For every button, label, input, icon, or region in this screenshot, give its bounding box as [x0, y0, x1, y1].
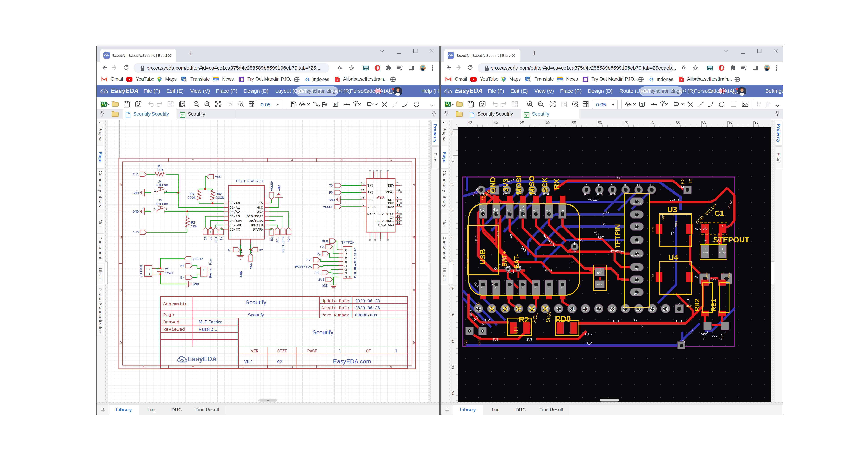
svg-text:U1_0: U1_0 [720, 334, 723, 340]
svg-text:38: 38 [475, 306, 481, 312]
svg-text:8: 8 [345, 248, 347, 252]
svg-text:D: D [413, 341, 415, 345]
svg-text:VCC: VCC [701, 333, 707, 336]
svg-text:9: 9 [533, 210, 535, 211]
svg-text:85: 85 [702, 120, 706, 124]
svg-text:A9G: A9G [377, 195, 384, 200]
svg-text:38: 38 [396, 203, 400, 207]
svg-text:D6/TX: D6/TX [229, 228, 240, 232]
svg-text:95: 95 [754, 120, 758, 124]
svg-text:VCCUP: VCCUP [632, 202, 641, 205]
svg-text:D8/SCK: D8/SCK [251, 223, 264, 227]
svg-text:3: 3 [242, 158, 244, 162]
svg-text:VCC: VCC [353, 100, 358, 104]
svg-text:55: 55 [452, 391, 455, 395]
svg-text:27: 27 [623, 306, 628, 312]
svg-text:D: D [120, 341, 122, 345]
svg-text:75: 75 [650, 120, 654, 124]
svg-text:X: X [642, 325, 643, 328]
svg-text:A3: A3 [277, 359, 282, 364]
svg-text:EasyEDA.com: EasyEDA.com [333, 358, 371, 365]
svg-text:TX: TX [329, 184, 333, 188]
svg-text:RB1: RB1 [190, 192, 196, 196]
svg-text:95: 95 [452, 182, 455, 186]
svg-text:Part Number: Part Number [321, 313, 349, 318]
svg-text:CS: CS [320, 245, 324, 249]
svg-text:24: 24 [663, 306, 669, 312]
svg-text:U3: U3 [667, 205, 677, 214]
svg-text:105: 105 [452, 131, 455, 136]
svg-text:VCC: VCC [597, 284, 602, 286]
svg-text:U2_8: U2_8 [596, 193, 603, 196]
svg-text:+: + [445, 106, 447, 108]
svg-text:0.05: 0.05 [261, 102, 271, 108]
svg-text:VER: VER [251, 349, 258, 353]
svg-text:U1_1: U1_1 [612, 319, 619, 323]
svg-text:C1: C1 [165, 267, 169, 271]
svg-text:3V3: 3V3 [287, 237, 291, 242]
svg-text:U1: U1 [513, 326, 519, 334]
svg-text:1: 1 [154, 189, 156, 193]
svg-text:C1: C1 [715, 209, 724, 217]
svg-text:Schematic: Schematic [163, 301, 187, 307]
svg-text:RX: RX [552, 178, 561, 190]
svg-text:RST: RST [214, 237, 218, 242]
svg-text:24: 24 [396, 188, 400, 192]
svg-text:8: 8 [598, 183, 600, 187]
svg-text:2: 2 [203, 273, 205, 276]
svg-text:Button: Button [156, 202, 168, 206]
svg-text:1: 1 [345, 275, 347, 279]
svg-text:KEY: KEY [388, 184, 394, 188]
svg-text:DC: DC [635, 227, 639, 230]
svg-text:PAGE: PAGE [307, 349, 317, 353]
svg-text:1: 1 [480, 183, 482, 187]
svg-text:XIAO_ESP32C3: XIAO_ESP32C3 [236, 179, 263, 183]
svg-text:VCCUP: VCCUP [270, 181, 274, 191]
svg-text:2: 2 [636, 277, 638, 280]
svg-text:GND: GND [651, 274, 654, 280]
svg-text:3: 3 [636, 264, 638, 267]
svg-text:U1_2: U1_2 [585, 333, 592, 336]
svg-text:Scoutify: Scoutify [245, 299, 267, 306]
svg-text:GND: GND [322, 284, 328, 288]
svg-text:TX1: TX1 [367, 184, 374, 188]
svg-text:9: 9 [396, 210, 398, 214]
svg-text:U1_1: U1_1 [687, 299, 690, 306]
svg-text:1: 1 [154, 208, 156, 211]
svg-text:RX2/SPI2_MISO: RX2/SPI2_MISO [367, 212, 394, 216]
svg-text:SCL: SCL [634, 268, 639, 270]
svg-text:Drawed: Drawed [163, 320, 180, 325]
svg-text:CS: CS [204, 237, 208, 240]
svg-text:U2_9: U2_9 [609, 193, 616, 196]
svg-text:B+: B+ [180, 264, 184, 268]
svg-text:MOSI/SDA: MOSI/SDA [609, 250, 624, 253]
svg-text:1: 1 [339, 348, 341, 353]
svg-text:GND: GND [703, 228, 708, 230]
svg-text:Scoutify: Scoutify [312, 329, 334, 336]
svg-text:BLK: BLK [322, 239, 328, 243]
svg-text:RB2: RB2 [693, 299, 701, 311]
svg-text:3V3: 3V3 [257, 210, 264, 214]
svg-text:3V3: 3V3 [318, 278, 324, 282]
svg-text:U2_3: U2_3 [503, 193, 510, 196]
svg-text:80: 80 [452, 261, 455, 264]
svg-text:VCC: VCC [660, 100, 665, 104]
svg-text:文: 文 [184, 79, 186, 82]
svg-text:RX: RX [562, 210, 564, 213]
svg-text:RX: RX [329, 191, 333, 195]
svg-text:L/S: L/S [573, 250, 577, 253]
svg-text:1: 1 [203, 268, 205, 272]
svg-text:VCC: VCC [711, 277, 717, 280]
svg-text:70: 70 [624, 120, 628, 124]
svg-text:A: A [120, 183, 122, 187]
svg-text:7: 7 [585, 183, 587, 187]
svg-text:DC: DC [601, 223, 606, 226]
svg-text:EasyEDA: EasyEDA [187, 355, 217, 363]
svg-text:11: 11 [396, 217, 400, 221]
svg-text:GND: GND [634, 293, 639, 295]
svg-text:90: 90 [728, 120, 732, 124]
svg-text:BAT-: BAT- [513, 254, 520, 268]
svg-text:PIN HEADER 1X8P: PIN HEADER 1X8P [353, 248, 357, 278]
svg-text:28: 28 [609, 306, 615, 312]
svg-text:Header Pin: Header Pin [209, 259, 212, 278]
